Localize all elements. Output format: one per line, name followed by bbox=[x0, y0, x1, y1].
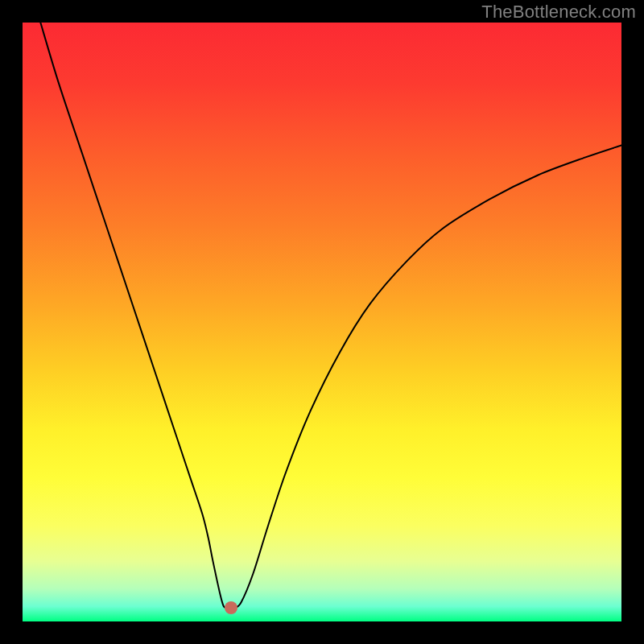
plot-area bbox=[23, 23, 621, 621]
chart-frame: TheBottleneck.com bbox=[0, 0, 644, 644]
watermark-text: TheBottleneck.com bbox=[481, 2, 636, 23]
optimal-point-marker bbox=[225, 601, 237, 614]
bottleneck-curve bbox=[23, 23, 621, 621]
